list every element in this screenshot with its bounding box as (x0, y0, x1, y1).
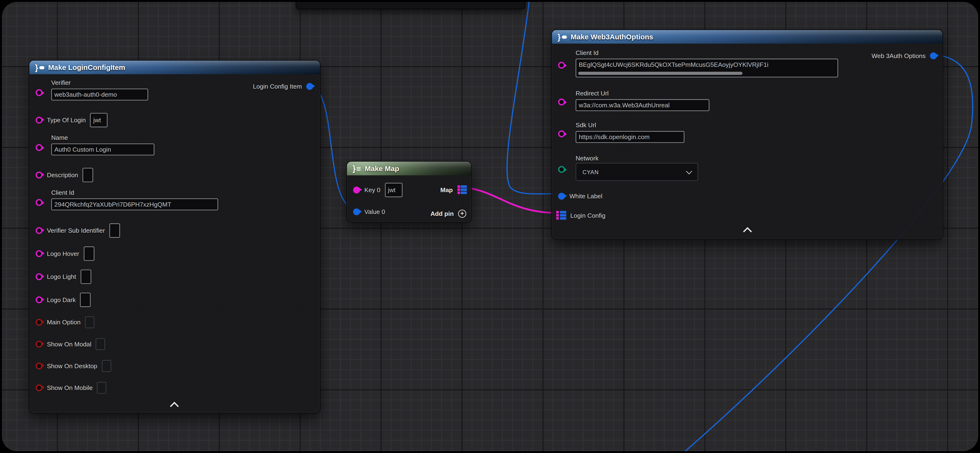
add-pin-button[interactable]: + (458, 209, 466, 217)
field-verifier-sub-identifier: Verifier Sub Identifier (36, 223, 120, 238)
add-pin-label: Add pin (431, 210, 454, 217)
pin-redirect-url[interactable] (558, 98, 565, 105)
logo-hover-input[interactable] (83, 246, 94, 261)
field-logo-hover: Logo Hover (36, 246, 94, 261)
pin-type-of-login[interactable] (36, 116, 43, 123)
type-of-login-label: Type Of Login (47, 116, 86, 123)
field-white-label: White Label (558, 188, 603, 203)
main-option-label: Main Option (47, 318, 81, 325)
pin-network[interactable] (558, 166, 565, 173)
node-title: Make Web3AuthOptions (571, 33, 653, 41)
pin-client-id[interactable] (558, 62, 565, 69)
client-id-label: Client Id (576, 49, 838, 56)
field-client-id: Client Id 294QRkchfq2YaXUbPri7D6PH7xzHgQ… (51, 189, 218, 211)
collapse-node-button[interactable] (743, 227, 752, 236)
client-id-input[interactable]: 294QRkchfq2YaXUbPri7D6PH7xzHgQMT (51, 198, 218, 210)
make-map-icon: }≡ (352, 165, 361, 173)
main-option-checkbox[interactable] (85, 316, 94, 328)
pin-show-on-modal[interactable] (36, 341, 43, 347)
field-name: Name Auth0 Custom Login (51, 134, 154, 155)
field-show-on-desktop: Show On Desktop (36, 358, 111, 373)
pin-main-option[interactable] (36, 318, 43, 325)
field-key-0: Key 0 jwt (353, 182, 402, 197)
field-logo-dark: Logo Dark (36, 292, 91, 307)
output-row-web3auth-options: Web 3Auth Options (872, 48, 937, 63)
network-label: Network (576, 155, 599, 162)
name-label: Name (51, 134, 154, 141)
field-client-id: Client Id BEglQSgt4cUWcj6SKRdu5QkOXTsePm… (576, 49, 838, 78)
map-output-pin[interactable] (457, 185, 467, 194)
output-pin-label: Login Config Item (253, 83, 302, 90)
map-output-label: Map (440, 186, 453, 193)
logo-light-input[interactable] (80, 269, 91, 284)
node-make-loginconfigitem[interactable]: } Make LoginConfigItem Login Config Item… (29, 60, 321, 414)
make-struct-icon: } (558, 33, 567, 41)
node-header-make-web3authoptions[interactable]: } Make Web3AuthOptions (552, 30, 942, 44)
node-header-make-loginconfigitem[interactable]: } Make LoginConfigItem (29, 60, 320, 74)
verifier-label: Verifier (51, 79, 148, 86)
pin-client-id[interactable] (36, 199, 43, 206)
output-pin-web3auth-options[interactable] (930, 52, 937, 59)
pin-logo-dark[interactable] (36, 296, 43, 303)
wire-map-to-loginconfig[interactable] (458, 187, 558, 213)
description-input[interactable] (83, 168, 93, 182)
field-show-on-mobile: Show On Mobile (36, 380, 107, 395)
offscreen-node-bottom-edge[interactable] (296, 2, 526, 10)
network-dropdown[interactable]: CYAN (576, 163, 698, 181)
pin-verifier[interactable] (36, 89, 43, 96)
login-config-label: Login Config (570, 212, 606, 219)
client-id-value: BEglQSgt4cUWcj6SKRdu5QkOXTsePmMcusG5EAoy… (579, 61, 768, 68)
client-id-input[interactable]: BEglQSgt4cUWcj6SKRdu5QkOXTsePmMcusG5EAoy… (576, 59, 838, 78)
pin-name[interactable] (36, 144, 43, 151)
pin-white-label[interactable] (558, 192, 565, 199)
node-make-web3authoptions[interactable]: } Make Web3AuthOptions Web 3Auth Options… (551, 29, 943, 240)
web3auth-options-output-label: Web 3Auth Options (872, 52, 926, 59)
type-of-login-input[interactable]: jwt (90, 112, 108, 127)
show-on-modal-label: Show On Modal (47, 341, 92, 347)
pin-value-0[interactable] (353, 208, 360, 215)
blueprint-graph-canvas[interactable]: } Make LoginConfigItem Login Config Item… (2, 2, 978, 451)
pin-key-0[interactable] (353, 186, 360, 193)
client-id-scrollbar[interactable] (578, 72, 743, 75)
node-make-map[interactable]: }≡ Make Map Key 0 jwt Map Value 0 Add pi… (346, 161, 472, 223)
pin-description[interactable] (36, 171, 43, 178)
field-logo-light: Logo Light (36, 269, 91, 284)
node-title: Make Map (365, 165, 399, 172)
pin-logo-light[interactable] (36, 273, 43, 280)
pin-login-config[interactable] (556, 211, 566, 220)
verifier-sub-identifier-input[interactable] (109, 223, 120, 238)
key-0-input[interactable]: jwt (385, 182, 402, 197)
verifier-input[interactable]: web3auth-auth0-demo (51, 89, 148, 100)
show-on-desktop-label: Show On Desktop (47, 362, 97, 369)
show-on-mobile-checkbox[interactable] (97, 382, 107, 393)
logo-dark-label: Logo Dark (47, 296, 76, 303)
white-label-label: White Label (570, 192, 603, 199)
pin-show-on-mobile[interactable] (36, 384, 43, 391)
client-id-label: Client Id (51, 189, 218, 196)
node-header-make-map[interactable]: }≡ Make Map (347, 162, 471, 175)
field-value-0: Value 0 (353, 204, 385, 219)
name-input[interactable]: Auth0 Custom Login (51, 144, 154, 155)
output-row-login-config-item: Login Config Item (253, 79, 313, 93)
pin-show-on-desktop[interactable] (36, 362, 43, 369)
pin-sdk-url[interactable] (558, 130, 565, 137)
field-main-option: Main Option (36, 314, 94, 329)
description-label: Description (47, 171, 78, 178)
redirect-url-input[interactable]: w3a://com.w3a.Web3AuthUnreal (576, 99, 710, 111)
field-redirect-url: Redirect Url w3a://com.w3a.Web3AuthUnrea… (576, 90, 710, 111)
output-row-map: Map (440, 182, 467, 197)
show-on-desktop-checkbox[interactable] (102, 360, 111, 372)
collapse-node-button[interactable] (170, 402, 179, 410)
show-on-modal-checkbox[interactable] (96, 338, 105, 350)
make-struct-icon: } (35, 63, 45, 71)
sdk-url-input[interactable]: https://sdk.openlogin.com (576, 131, 684, 143)
pin-logo-hover[interactable] (36, 250, 43, 257)
pin-verifier-sub-identifier[interactable] (36, 227, 43, 234)
logo-dark-input[interactable] (80, 292, 91, 307)
key-0-label: Key 0 (364, 186, 380, 193)
logo-light-label: Logo Light (47, 273, 76, 280)
output-pin-login-config-item[interactable] (306, 83, 313, 90)
sdk-url-label: Sdk Url (576, 122, 684, 129)
value-0-label: Value 0 (364, 208, 385, 215)
show-on-mobile-label: Show On Mobile (47, 384, 93, 391)
